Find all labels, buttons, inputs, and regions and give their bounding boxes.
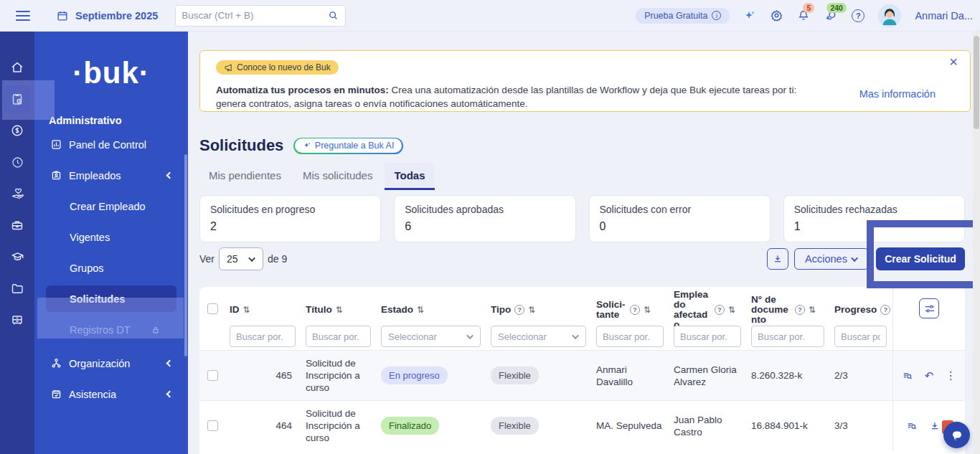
sidebar-icon-capacitaciones[interactable]	[0, 241, 34, 273]
close-icon[interactable]: ×	[949, 55, 958, 69]
chevron-collapse-icon	[166, 391, 174, 398]
download-icon[interactable]	[929, 420, 941, 432]
help-icon[interactable]: ?	[852, 9, 864, 22]
view-details-icon[interactable]	[906, 420, 918, 432]
cell-empleado: Juan Pablo Castro	[669, 401, 747, 450]
sidebar-icon-remuneraciones[interactable]	[0, 115, 34, 146]
sort-icon[interactable]: ⇅	[528, 305, 535, 315]
row-checkbox[interactable]	[207, 370, 218, 381]
column-settings-button[interactable]	[919, 298, 939, 318]
tab-mis-solicitudes[interactable]: Mis solicitudes	[293, 163, 382, 190]
sidebar-item-organizacion[interactable]: Organización	[34, 348, 188, 379]
sort-icon[interactable]: ⇅	[243, 305, 250, 315]
more-info-link[interactable]: Mas información	[859, 88, 936, 100]
solicitudes-table: ID⇅ Título⇅ Estado⇅ Tipo?⇅ Solici-tante?…	[199, 287, 965, 454]
page-scrollbar-thumb[interactable]	[974, 36, 979, 129]
filter-estado-select[interactable]: Seleccionar	[381, 326, 481, 347]
sidebar-icon-documentos[interactable]	[0, 273, 34, 304]
filter-documento-input[interactable]	[751, 326, 824, 347]
trial-label: Prueba Gratuita	[644, 11, 707, 21]
notifications-bell-icon[interactable]: 5	[797, 9, 810, 22]
sort-icon[interactable]: ⇅	[809, 305, 816, 315]
per-page-select[interactable]: 25	[219, 247, 263, 270]
sidebar-icon-beneficios[interactable]	[0, 178, 34, 209]
chat-support-button[interactable]	[943, 422, 970, 448]
sidebar-icon-talento[interactable]	[0, 209, 34, 241]
credits-coin-icon[interactable]: 240	[824, 9, 838, 22]
filter-titulo-input[interactable]	[306, 326, 371, 347]
ask-buk-ai-button[interactable]: Preguntale a Buk AI	[293, 138, 403, 154]
date-picker[interactable]: Septiembre 2025	[56, 9, 158, 22]
credits-count-badge: 240	[826, 3, 847, 13]
banner-text: Automatiza tus procesos en minutos: Crea…	[216, 83, 797, 110]
column-settings-icon	[924, 303, 935, 314]
sidebar-item-panel-de-control[interactable]: Panel de Control	[34, 129, 188, 160]
search-input[interactable]	[182, 10, 327, 21]
help-icon[interactable]: ?	[630, 305, 640, 315]
kebab-menu-icon[interactable]: ⋮	[945, 369, 956, 382]
row-checkbox[interactable]	[207, 420, 218, 431]
acciones-button[interactable]: Acciones	[794, 248, 869, 270]
crear-solicitud-button[interactable]: Crear Solicitud	[876, 247, 965, 270]
sidebar-item-vigentes[interactable]: Vigentes	[34, 222, 188, 252]
filter-empleado-input[interactable]	[674, 326, 741, 347]
sidebar-icon-solicitudes[interactable]	[0, 83, 34, 115]
help-icon[interactable]: ?	[514, 305, 524, 315]
sidebar-icon-asistencia-clock[interactable]	[0, 146, 34, 178]
stat-cards: Solicitudes en progreso 2 Solicitudes ap…	[199, 195, 965, 242]
tipo-badge: Flexible	[491, 417, 539, 435]
filter-id-input[interactable]	[230, 326, 296, 347]
cell-empleado: Carmen Gloria Alvarez	[669, 351, 747, 400]
sidebar-item-asistencia[interactable]: Asistencia	[34, 379, 188, 410]
sidebar-item-label: Organización	[69, 358, 130, 369]
help-icon[interactable]: ?	[715, 305, 725, 315]
sidebar-item-solicitudes[interactable]: Solicitudes	[34, 283, 188, 314]
avatar[interactable]	[878, 4, 901, 27]
sparkle-icon	[303, 141, 311, 150]
tab-todas[interactable]: Todas	[385, 163, 434, 190]
sort-icon[interactable]: ⇅	[728, 305, 735, 315]
sidebar-item-label: Panel de Control	[69, 139, 146, 151]
tabs: Mis pendientes Mis solicitudes Todas	[199, 163, 435, 190]
settings-gear-icon[interactable]	[770, 9, 783, 22]
list-controls: Ver 25 de 9 Acciones Crear Solicitud	[199, 247, 965, 270]
filter-tipo-select[interactable]: Seleccionar	[491, 326, 586, 347]
date-label: Septiembre 2025	[75, 10, 158, 22]
search-icon[interactable]	[327, 9, 339, 22]
user-name[interactable]: Anmari Da...	[915, 10, 973, 22]
tab-mis-pendientes[interactable]: Mis pendientes	[199, 163, 291, 190]
sort-icon[interactable]: ⇅	[336, 305, 343, 315]
page-scrollbar[interactable]	[973, 32, 980, 454]
stat-card-con-error: Solicitudes con error 0	[589, 195, 771, 242]
chevron-down-icon	[851, 255, 858, 262]
filter-progreso-input[interactable]	[834, 326, 887, 347]
lock-icon	[151, 325, 161, 335]
help-icon[interactable]: ?	[880, 305, 890, 315]
banner-badge: Conoce lo nuevo de Buk	[216, 60, 339, 75]
export-download-button[interactable]	[767, 248, 788, 270]
announcement-banner: Conoce lo nuevo de Buk Automatiza tus pr…	[199, 50, 971, 112]
sort-icon[interactable]: ⇅	[644, 305, 651, 315]
select-all-checkbox[interactable]	[207, 303, 218, 314]
top-bar: Septiembre 2025 Prueba Gratuita i 5 240 …	[0, 0, 980, 32]
cell-solicitante: Anmari Davalillo	[592, 351, 669, 400]
sidebar-scrollbar[interactable]	[184, 154, 187, 356]
chevron-down-icon	[248, 255, 255, 262]
filter-solicitante-input[interactable]	[596, 326, 664, 347]
sidebar-icon-home[interactable]	[0, 52, 34, 83]
info-icon: i	[712, 11, 721, 20]
cell-id: 465	[225, 351, 301, 400]
sidebar-item-registros-dt[interactable]: Registros DT	[34, 314, 188, 345]
sidebar-icon-activos[interactable]	[0, 304, 34, 336]
help-icon[interactable]: ?	[795, 305, 805, 315]
sort-icon[interactable]: ⇅	[417, 305, 424, 315]
menu-icon[interactable]	[16, 11, 30, 21]
sidebar-item-grupos[interactable]: Grupos	[34, 252, 188, 283]
ai-sparkle-icon[interactable]	[743, 9, 756, 22]
undo-icon[interactable]: ↶	[925, 369, 934, 382]
sidebar-item-empleados[interactable]: Empleados	[34, 160, 188, 191]
view-details-icon[interactable]	[902, 370, 913, 382]
calendar-check-icon	[50, 388, 62, 400]
sidebar-item-crear-empleado[interactable]: Crear Empleado	[34, 191, 188, 222]
trial-badge[interactable]: Prueba Gratuita i	[636, 8, 730, 24]
